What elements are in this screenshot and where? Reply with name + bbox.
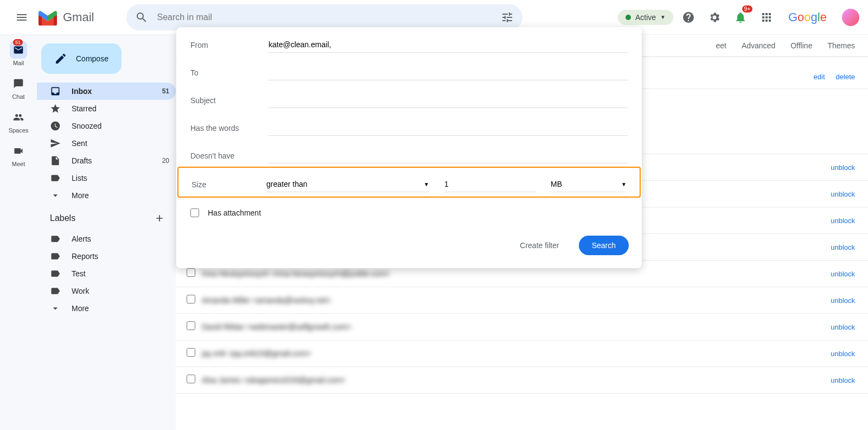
nav-rail-meet[interactable]: Meet <box>10 142 27 167</box>
sidebar-item-snoozed[interactable]: Snoozed <box>37 117 176 135</box>
compose-button[interactable]: Compose <box>41 43 122 74</box>
chevron-down-icon <box>50 190 61 201</box>
search-button[interactable]: Search <box>579 236 629 255</box>
sidebar-more-label: More <box>72 191 169 200</box>
nav-rail-mail[interactable]: 51 Mail <box>10 41 27 66</box>
filter-size-unit-select[interactable]: MB ▼ <box>551 176 627 192</box>
filter-haswords-input[interactable] <box>269 120 628 136</box>
sidebar-item-lists[interactable]: Lists <box>37 169 176 187</box>
clock-icon <box>50 121 61 131</box>
nav-rail: 51 Mail Chat Spaces Meet <box>0 35 37 430</box>
gear-icon <box>708 11 721 24</box>
filter-size-label: Size <box>192 180 266 189</box>
filter-to-label: To <box>190 68 269 77</box>
sidebar-item-inbox[interactable]: Inbox 51 <box>37 83 176 100</box>
star-icon <box>50 103 61 114</box>
filter-size-operator-select[interactable]: greater than ▼ <box>266 176 429 192</box>
table-row: David Riklan <webmaster@selfgrowth.com> … <box>176 314 868 340</box>
sidebar-item-more[interactable]: More <box>37 187 176 204</box>
filter-from-row: From <box>176 27 642 55</box>
filter-from-input[interactable] <box>269 37 628 53</box>
filter-has-attachment-checkbox[interactable] <box>190 208 199 217</box>
compose-label: Compose <box>76 54 108 63</box>
status-text: Active <box>635 13 656 22</box>
draft-icon <box>50 155 61 166</box>
blocked-address: Alsa James <alsajames3233@gmail.com> <box>202 376 831 384</box>
unblock-link[interactable]: unblock <box>831 296 855 305</box>
filter-to-row: To <box>176 55 642 83</box>
filter-from-label: From <box>190 41 269 49</box>
sidebar-inbox-label: Inbox <box>72 87 151 96</box>
row-checkbox[interactable] <box>187 375 195 383</box>
search-input[interactable] <box>152 12 496 22</box>
unblock-link[interactable]: unblock <box>831 323 855 331</box>
unblock-link[interactable]: unblock <box>831 243 855 251</box>
send-icon <box>50 138 61 149</box>
sidebar-label-work[interactable]: Work <box>37 282 176 300</box>
tab-advanced[interactable]: Advanced <box>742 41 775 56</box>
add-label-button[interactable] <box>152 211 167 226</box>
create-filter-button[interactable]: Create filter <box>509 236 570 255</box>
filter-doesnthave-input[interactable] <box>269 148 628 163</box>
labels-header: Labels <box>37 204 176 230</box>
google-logo: Google <box>788 10 827 24</box>
unblock-link[interactable]: unblock <box>831 350 855 358</box>
nav-rail-chat[interactable]: Chat <box>10 75 27 100</box>
status-chip[interactable]: Active ▼ <box>618 10 673 25</box>
unblock-link[interactable]: unblock <box>831 163 855 172</box>
gmail-logo[interactable]: Gmail <box>37 9 94 26</box>
search-options-button[interactable] <box>496 7 518 28</box>
row-checkbox[interactable] <box>187 268 195 277</box>
filter-subject-label: Subject <box>190 96 269 105</box>
sidebar-item-starred[interactable]: Starred <box>37 100 176 117</box>
sidebar-inbox-count: 51 <box>162 87 169 95</box>
help-icon <box>682 11 695 24</box>
meet-icon <box>13 146 24 156</box>
blocked-address: Amanda Miller <amanda@rankxy.net> <box>202 296 831 305</box>
unblock-link[interactable]: unblock <box>831 190 855 198</box>
filter-to-input[interactable] <box>269 65 628 80</box>
delete-link[interactable]: delete <box>836 73 855 81</box>
status-dot-icon <box>626 15 631 20</box>
filter-size-operator-value: greater than <box>266 180 308 188</box>
nav-rail-chat-label: Chat <box>12 93 24 100</box>
unblock-link[interactable]: unblock <box>831 376 855 384</box>
tab-meet[interactable]: eet <box>716 41 726 56</box>
chevron-down-icon: ▼ <box>660 14 666 20</box>
sidebar-item-drafts[interactable]: Drafts 20 <box>37 152 176 169</box>
unblock-link[interactable]: unblock <box>831 270 855 278</box>
filter-dialog: From To Subject Has the words Doesn't ha… <box>176 27 642 268</box>
filter-has-attachment-label: Has attachment <box>208 208 261 217</box>
tab-offline[interactable]: Offline <box>790 41 812 56</box>
main-menu-button[interactable] <box>9 4 35 30</box>
tune-icon <box>501 11 514 24</box>
avatar[interactable] <box>842 9 859 26</box>
sidebar-label-reports[interactable]: Reports <box>37 248 176 265</box>
filter-size-value-input[interactable] <box>444 176 535 192</box>
apps-button[interactable] <box>756 7 777 28</box>
filter-subject-input[interactable] <box>269 92 628 108</box>
filter-haswords-label: Has the words <box>190 124 269 132</box>
sidebar-lists-label: Lists <box>72 174 169 182</box>
edit-link[interactable]: edit <box>814 73 825 81</box>
row-checkbox[interactable] <box>187 295 195 303</box>
sidebar-item-sent[interactable]: Sent <box>37 135 176 152</box>
blocked-address: Inna Herasymovych <inna.herasymovych@joo… <box>202 269 831 278</box>
unblock-link[interactable]: unblock <box>831 217 855 225</box>
chevron-down-icon <box>50 303 61 314</box>
notifications-button[interactable]: 9+ <box>730 7 751 28</box>
table-row: Alsa James <alsajames3233@gmail.com> unb… <box>176 367 868 394</box>
tab-themes[interactable]: Themes <box>827 41 855 56</box>
filter-doesnthave-row: Doesn't have <box>176 138 642 166</box>
row-checkbox[interactable] <box>187 348 195 357</box>
sidebar-labels-more[interactable]: More <box>37 300 176 317</box>
settings-button[interactable] <box>704 7 725 28</box>
labels-header-text: Labels <box>50 213 75 223</box>
chevron-down-icon: ▼ <box>424 181 429 187</box>
sidebar-label-test[interactable]: Test <box>37 265 176 282</box>
support-button[interactable] <box>678 7 699 28</box>
sidebar-label-alerts[interactable]: Alerts <box>37 230 176 248</box>
nav-rail-spaces[interactable]: Spaces <box>9 109 29 134</box>
row-checkbox[interactable] <box>187 321 195 330</box>
search-button[interactable] <box>131 7 152 28</box>
